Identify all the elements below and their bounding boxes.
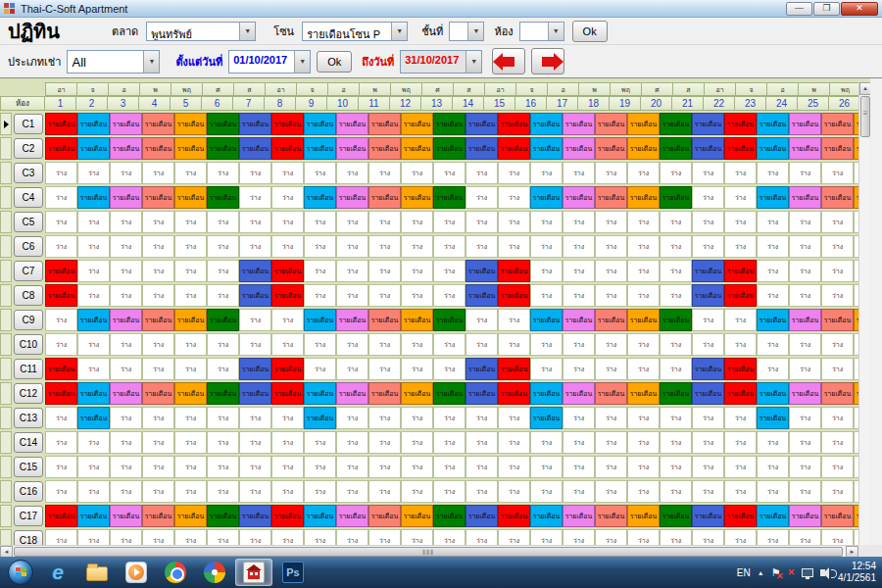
booking-cell[interactable]: ว่าง — [433, 456, 466, 478]
booking-cell[interactable]: รายเดือน — [336, 505, 368, 527]
booking-cell[interactable]: ว่าง — [336, 358, 368, 380]
booking-cell[interactable]: ว่าง — [142, 358, 174, 380]
booking-cell[interactable]: ว่าง — [110, 456, 142, 478]
booking-cell[interactable]: ว่าง — [660, 284, 692, 307]
booking-cell[interactable]: ว่าง — [498, 480, 530, 503]
booking-cell[interactable]: รายเดือน — [627, 309, 660, 331]
booking-cell[interactable]: รายเดือน — [692, 137, 724, 160]
booking-cell[interactable]: ว่าง — [789, 529, 821, 545]
day-number-cell[interactable]: 11 — [358, 96, 390, 111]
booking-cell[interactable]: ว่าง — [433, 211, 466, 233]
booking-cell[interactable]: รายเดือน — [45, 505, 77, 527]
from-date-combo[interactable]: 01/10/2017 ▼ — [228, 50, 311, 74]
booking-cell[interactable]: รายเดือน — [466, 358, 498, 380]
room-button[interactable]: C9 — [14, 310, 43, 330]
booking-cell[interactable]: รายเดือน — [304, 137, 336, 160]
clock[interactable]: 12:54 4/1/2561 — [838, 561, 876, 584]
booking-cell[interactable]: ว่าง — [304, 235, 336, 258]
booking-cell[interactable]: ว่าง — [142, 456, 174, 478]
booking-cell[interactable]: ว่าง — [692, 211, 724, 233]
language-indicator[interactable]: EN — [737, 567, 751, 578]
booking-cell[interactable]: ว่าง — [627, 358, 660, 380]
booking-cell[interactable]: ว่าง — [271, 235, 304, 258]
booking-cell[interactable]: ว่าง — [174, 260, 207, 282]
booking-cell[interactable]: รายเดือน — [498, 284, 530, 307]
booking-cell[interactable]: ว่าง — [595, 260, 627, 282]
day-number-cell[interactable]: 5 — [170, 96, 202, 111]
booking-cell[interactable]: ว่าง — [627, 480, 660, 503]
booking-cell[interactable]: ว่าง — [660, 431, 692, 454]
booking-cell[interactable]: รายเดือน — [207, 186, 239, 209]
booking-cell[interactable]: รายเดือน — [401, 309, 433, 331]
booking-cell[interactable]: ว่าง — [821, 211, 854, 233]
booking-cell[interactable]: รายเดือน — [757, 505, 789, 527]
booking-cell[interactable]: ว่าง — [77, 529, 110, 545]
booking-cell[interactable]: รายเดือน — [174, 382, 207, 405]
booking-cell[interactable]: ว่าง — [595, 431, 627, 454]
booking-cell[interactable]: ว่าง — [45, 480, 77, 503]
booking-cell[interactable]: ว่าง — [271, 480, 304, 503]
booking-cell[interactable]: รายเดือน — [692, 505, 724, 527]
booking-cell[interactable]: ว่าง — [174, 529, 207, 545]
booking-cell[interactable]: รายเดือน — [466, 113, 498, 135]
booking-cell[interactable]: รายเดือน — [239, 260, 271, 282]
booking-cell[interactable]: ว่าง — [239, 309, 271, 331]
booking-cell[interactable]: ว่าง — [174, 284, 207, 307]
booking-cell[interactable]: รายเดือน — [401, 113, 433, 135]
booking-cell[interactable]: ว่าง — [368, 235, 401, 258]
booking-cell[interactable]: รายเดือน — [304, 382, 336, 405]
booking-cell[interactable]: ว่าง — [757, 162, 789, 184]
booking-cell[interactable]: ว่าง — [595, 529, 627, 545]
booking-cell[interactable]: รายเดือน — [174, 309, 207, 331]
booking-cell[interactable]: รายเดือน — [627, 505, 660, 527]
booking-cell[interactable]: รายเดือน — [271, 358, 304, 380]
booking-cell[interactable]: ว่าง — [821, 456, 854, 478]
booking-cell[interactable]: รายเดือน — [110, 113, 142, 135]
booking-cell[interactable]: ว่าง — [724, 186, 757, 209]
room-button[interactable]: C11 — [14, 359, 43, 379]
booking-cell[interactable]: รายเดือน — [77, 382, 110, 405]
file-explorer-icon[interactable] — [78, 559, 116, 586]
booking-cell[interactable]: ว่าง — [724, 431, 757, 454]
room-button[interactable]: C2 — [14, 138, 43, 159]
booking-cell[interactable]: รายเดือน — [692, 113, 724, 135]
day-number-cell[interactable]: 14 — [452, 96, 484, 111]
booking-cell[interactable]: ว่าง — [142, 235, 174, 258]
booking-cell[interactable]: ว่าง — [563, 211, 595, 233]
booking-cell[interactable]: รายเดือน — [821, 505, 854, 527]
booking-cell[interactable]: รายเดือน — [207, 137, 239, 160]
chevron-down-icon[interactable]: ▼ — [239, 23, 255, 40]
chrome-icon[interactable] — [157, 559, 194, 586]
booking-cell[interactable]: ว่าง — [563, 284, 595, 307]
booking-cell[interactable]: รายเดือน — [45, 260, 77, 282]
booking-cell[interactable]: รายเดือน — [627, 137, 660, 160]
booking-cell[interactable]: ว่าง — [174, 431, 207, 454]
booking-cell[interactable]: ว่าง — [401, 211, 433, 233]
booking-cell[interactable]: รายเดือน — [530, 113, 563, 135]
booking-cell[interactable]: รายเดือน — [498, 505, 530, 527]
booking-cell[interactable]: ว่าง — [757, 284, 789, 307]
media-player-icon[interactable] — [118, 559, 155, 586]
close-button[interactable]: ✕ — [841, 2, 878, 16]
booking-cell[interactable]: รายเดือน — [207, 505, 239, 527]
booking-cell[interactable]: ว่าง — [724, 407, 757, 429]
booking-cell[interactable]: ว่าง — [692, 480, 724, 503]
booking-cell[interactable]: ว่าง — [789, 260, 821, 282]
booking-cell[interactable]: ว่าง — [789, 284, 821, 307]
booking-cell[interactable]: ว่าง — [207, 211, 239, 233]
booking-cell[interactable]: ว่าง — [239, 333, 271, 356]
booking-cell[interactable]: ว่าง — [110, 235, 142, 258]
booking-cell[interactable]: รายเดือน — [724, 358, 757, 380]
booking-cell[interactable]: ว่าง — [530, 480, 563, 503]
booking-cell[interactable]: ว่าง — [724, 480, 757, 503]
booking-cell[interactable]: ว่าง — [498, 529, 530, 545]
booking-cell[interactable]: ว่าง — [433, 529, 466, 545]
booking-cell[interactable]: ว่าง — [498, 309, 530, 331]
booking-cell[interactable]: ว่าง — [789, 235, 821, 258]
booking-cell[interactable]: ว่าง — [336, 284, 368, 307]
booking-cell[interactable]: ว่าง — [692, 529, 724, 545]
booking-cell[interactable]: ว่าง — [466, 431, 498, 454]
booking-cell[interactable]: รายเดือน — [821, 382, 854, 405]
booking-cell[interactable]: ว่าง — [595, 456, 627, 478]
booking-cell[interactable]: ว่าง — [563, 333, 595, 356]
